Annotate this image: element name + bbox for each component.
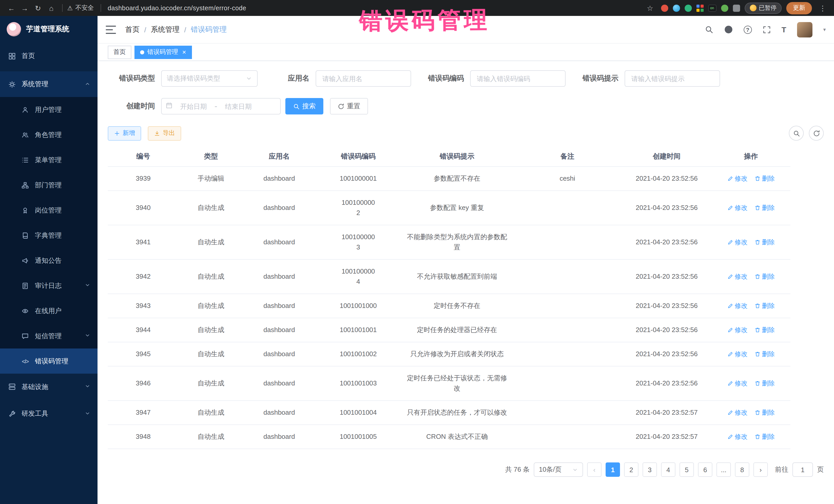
help-icon[interactable]: ?: [744, 25, 752, 34]
next-page-button[interactable]: ›: [753, 462, 768, 477]
edit-button[interactable]: 修改: [727, 271, 748, 282]
chevron-down-icon[interactable]: ▾: [823, 27, 826, 32]
prev-page-button[interactable]: ‹: [587, 462, 601, 477]
extension-icon[interactable]: [721, 4, 728, 12]
more-pages-button[interactable]: ...: [717, 462, 731, 477]
error-code-input[interactable]: [470, 70, 566, 87]
sidebar-item-dept[interactable]: 部门管理: [0, 172, 97, 198]
security-warning[interactable]: ⚠不安全: [67, 4, 94, 12]
address-bar[interactable]: ⚠不安全 dashboard.yudao.iocoder.cn/system/e…: [67, 4, 637, 12]
breadcrumb-item[interactable]: 首页: [125, 25, 139, 34]
create-time-range-picker[interactable]: -: [161, 98, 281, 114]
delete-button[interactable]: 删除: [754, 237, 775, 247]
search-button[interactable]: 搜索: [285, 98, 323, 114]
font-size-icon[interactable]: T: [782, 25, 786, 34]
profile-paused-badge[interactable]: 已暂停: [744, 2, 782, 14]
end-date-input[interactable]: [219, 103, 257, 110]
sidebar-item-notice[interactable]: 通知公告: [0, 248, 97, 273]
page-button-2[interactable]: 2: [624, 462, 638, 477]
page-button-4[interactable]: 4: [661, 462, 675, 477]
search-icon[interactable]: [705, 25, 714, 34]
delete-button[interactable]: 删除: [754, 271, 775, 282]
app-name-input[interactable]: [316, 70, 411, 87]
toggle-search-button[interactable]: [789, 126, 804, 140]
tab-errorcode[interactable]: 错误码管理×: [134, 45, 192, 59]
page-button-5[interactable]: 5: [680, 462, 694, 477]
browser-menu-icon[interactable]: ⋮: [816, 2, 829, 14]
tab-home[interactable]: 首页: [108, 45, 131, 59]
edit-button[interactable]: 修改: [727, 325, 748, 335]
goto-page-input[interactable]: [792, 462, 813, 477]
delete-button[interactable]: 删除: [754, 349, 775, 359]
delete-button[interactable]: 删除: [754, 378, 775, 389]
extension-icon[interactable]: [696, 4, 703, 12]
error-type-select[interactable]: 请选择错误码类型: [161, 70, 258, 87]
sidebar-item-devtools[interactable]: 研发工具: [0, 400, 97, 428]
edit-button[interactable]: 修改: [727, 378, 748, 389]
edit-button[interactable]: 修改: [727, 432, 748, 442]
forward-icon[interactable]: →: [19, 2, 31, 14]
url-text[interactable]: dashboard.yudao.iocoder.cn/system/error-…: [108, 4, 246, 12]
edit-button[interactable]: 修改: [727, 408, 748, 418]
edit-button[interactable]: 修改: [727, 174, 748, 184]
page-button-3[interactable]: 3: [642, 462, 657, 477]
extension-icon[interactable]: [673, 4, 680, 12]
page-size-select[interactable]: 10条/页: [534, 462, 583, 477]
reload-icon[interactable]: ↻: [32, 2, 44, 14]
delete-button[interactable]: 删除: [754, 203, 775, 213]
page-button-6[interactable]: 6: [698, 462, 712, 477]
page-button-8[interactable]: 8: [735, 462, 749, 477]
delete-button[interactable]: 删除: [754, 325, 775, 335]
fullscreen-icon[interactable]: [763, 25, 771, 34]
edit-button[interactable]: 修改: [727, 301, 748, 311]
delete-button[interactable]: 删除: [754, 432, 775, 442]
app-logo[interactable]: 芋道管理系统: [0, 16, 97, 43]
sidebar-toggle-button[interactable]: [106, 25, 116, 34]
sidebar-item-label: 审计日志: [35, 281, 62, 290]
sidebar-item-infra[interactable]: 基础设施: [0, 374, 97, 400]
cell-code: 100100000 2: [315, 191, 401, 225]
close-icon[interactable]: ×: [182, 49, 186, 56]
sidebar-item-online[interactable]: 在线用户: [0, 298, 97, 323]
column-header: 编号: [108, 147, 179, 166]
edit-button[interactable]: 修改: [727, 237, 748, 247]
avatar[interactable]: [797, 22, 812, 37]
sidebar-item-dict[interactable]: 字典管理: [0, 223, 97, 248]
sidebar-item-home[interactable]: 首页: [0, 45, 97, 67]
page-button-1[interactable]: 1: [606, 462, 620, 477]
sidebar-item-role[interactable]: 角色管理: [0, 122, 97, 147]
bookmark-star-icon[interactable]: ☆: [644, 2, 656, 14]
delete-button[interactable]: 删除: [754, 408, 775, 418]
sidebar-item-sms[interactable]: 短信管理: [0, 323, 97, 349]
extensions-pin-icon[interactable]: [733, 4, 740, 12]
filter-label-type: 错误码类型: [116, 74, 155, 83]
sidebar-item-menu[interactable]: 菜单管理: [0, 147, 97, 172]
delete-button[interactable]: 删除: [754, 301, 775, 311]
edit-button[interactable]: 修改: [727, 203, 748, 213]
table-header-row: 编号 类型 应用名 错误码编码 错误码提示 备注 创建时间 操作: [108, 147, 790, 167]
start-date-input[interactable]: [175, 103, 213, 110]
cell-code: 100100000 3: [315, 225, 401, 259]
delete-button[interactable]: 删除: [754, 174, 775, 184]
extension-icon[interactable]: on: [708, 4, 716, 12]
sidebar-item-post[interactable]: 岗位管理: [0, 198, 97, 223]
export-button[interactable]: 导出: [148, 126, 181, 140]
sidebar-item-errorcode[interactable]: </>错误码管理: [0, 349, 97, 374]
edit-button[interactable]: 修改: [727, 349, 748, 359]
breadcrumb-item[interactable]: 系统管理: [151, 25, 180, 34]
extension-icon[interactable]: [684, 4, 692, 12]
refresh-button[interactable]: [809, 126, 824, 140]
github-icon[interactable]: [724, 25, 733, 34]
extension-icon[interactable]: [661, 4, 668, 12]
add-button[interactable]: 新增: [108, 126, 141, 140]
error-msg-input[interactable]: [624, 70, 720, 87]
sidebar-item-system[interactable]: 系统管理: [0, 71, 97, 97]
update-button[interactable]: 更新: [786, 2, 812, 14]
cell-time: 2021-04-20 23:52:56: [622, 372, 711, 395]
home-icon[interactable]: ⌂: [45, 2, 58, 14]
sidebar-item-audit[interactable]: 审计日志: [0, 273, 97, 298]
back-icon[interactable]: ←: [5, 2, 18, 14]
reset-button[interactable]: 重置: [330, 98, 368, 114]
sidebar-item-user[interactable]: 用户管理: [0, 97, 97, 122]
pagination: 共 76 条 10条/页 ‹ 1 2 3 4 5 6 ... 8 › 前往 页: [108, 462, 824, 477]
